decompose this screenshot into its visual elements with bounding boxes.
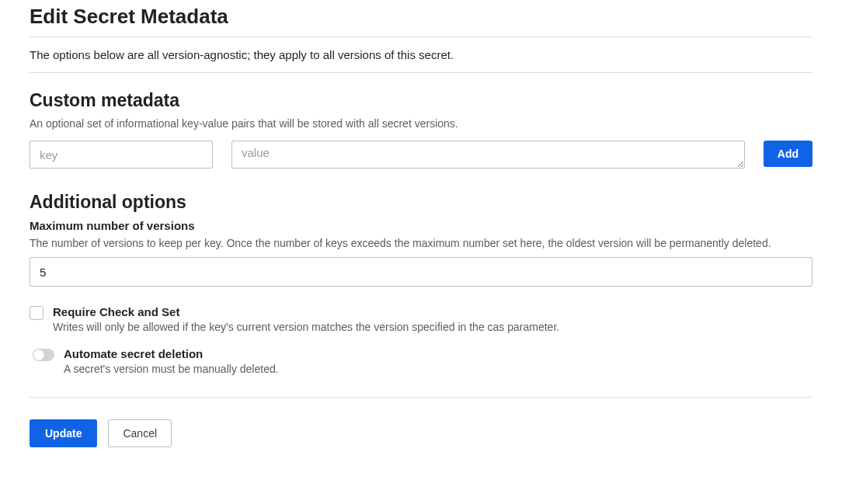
- additional-options-title: Additional options: [30, 192, 812, 213]
- require-cas-label: Require Check and Set: [53, 305, 812, 318]
- require-cas-row: Require Check and Set Writes will only b…: [30, 305, 812, 333]
- update-button[interactable]: Update: [30, 419, 97, 447]
- max-versions-input[interactable]: [30, 257, 812, 287]
- automate-delete-toggle[interactable]: [33, 349, 54, 361]
- custom-metadata-subtext: An optional set of informational key-val…: [30, 117, 812, 130]
- footer-buttons: Update Cancel: [30, 419, 812, 447]
- page-title: Edit Secret Metadata: [30, 5, 812, 29]
- automate-delete-row: Automate secret deletion A secret's vers…: [30, 347, 812, 375]
- require-cas-checkbox[interactable]: [30, 306, 43, 320]
- cancel-button[interactable]: Cancel: [108, 419, 172, 447]
- divider: [30, 72, 812, 73]
- require-cas-help: Writes will only be allowed if the key's…: [53, 321, 812, 333]
- automate-delete-label: Automate secret deletion: [64, 347, 812, 360]
- divider: [30, 36, 812, 37]
- automate-delete-help: A secret's version must be manually dele…: [64, 363, 812, 375]
- divider: [30, 397, 812, 398]
- page-description: The options below are all version-agnost…: [30, 48, 812, 61]
- max-versions-help: The number of versions to keep per key. …: [30, 237, 812, 249]
- toggle-knob: [33, 349, 44, 360]
- metadata-value-input[interactable]: [231, 141, 745, 169]
- max-versions-label: Maximum number of versions: [30, 219, 812, 232]
- metadata-key-input[interactable]: [30, 141, 213, 169]
- custom-metadata-row: Add: [30, 141, 812, 169]
- add-button[interactable]: Add: [764, 141, 812, 167]
- custom-metadata-title: Custom metadata: [30, 90, 812, 111]
